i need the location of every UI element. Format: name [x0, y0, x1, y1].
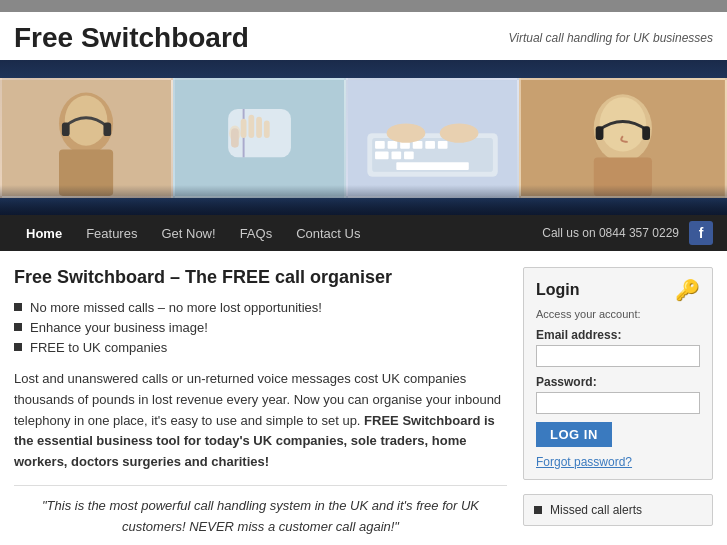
- login-header: Login 🔑: [536, 278, 700, 302]
- nav-bar: Home Features Get Now! FAQs Contact Us C…: [0, 215, 727, 251]
- header: Free Switchboard Virtual call handling f…: [0, 12, 727, 60]
- hero-banner: [0, 60, 727, 215]
- nav-home[interactable]: Home: [14, 218, 74, 249]
- alert-item: Missed call alerts: [534, 503, 702, 517]
- list-item-text: Enhance your business image!: [30, 320, 208, 335]
- hero-photo-2: [173, 78, 346, 198]
- login-button[interactable]: LOG IN: [536, 422, 612, 447]
- list-item: FREE to UK companies: [14, 340, 507, 355]
- list-item-text: No more missed calls – no more lost oppo…: [30, 300, 322, 315]
- nav-faqs[interactable]: FAQs: [228, 218, 285, 249]
- forgot-password-link[interactable]: Forgot password?: [536, 455, 700, 469]
- svg-point-29: [440, 123, 479, 142]
- list-item-text: FREE to UK companies: [30, 340, 167, 355]
- facebook-icon[interactable]: f: [689, 221, 713, 245]
- svg-rect-26: [404, 151, 414, 159]
- tagline: Virtual call handling for UK businesses: [508, 31, 713, 45]
- svg-rect-34: [596, 126, 604, 140]
- list-item: No more missed calls – no more lost oppo…: [14, 300, 507, 315]
- login-box: Login 🔑 Access your account: Email addre…: [523, 267, 713, 480]
- nav-contact[interactable]: Contact Us: [284, 218, 372, 249]
- svg-rect-11: [241, 118, 247, 137]
- svg-rect-18: [375, 140, 385, 148]
- sidebar: Login 🔑 Access your account: Email addre…: [523, 267, 713, 545]
- svg-rect-12: [249, 114, 255, 137]
- hero-photo-3: [346, 78, 519, 198]
- key-icon: 🔑: [675, 278, 700, 302]
- main-heading: Free Switchboard – The FREE call organis…: [14, 267, 507, 288]
- svg-rect-24: [375, 151, 389, 159]
- svg-rect-27: [397, 162, 469, 170]
- svg-rect-22: [425, 140, 435, 148]
- hero-overlay: [0, 185, 727, 215]
- svg-rect-10: [231, 128, 239, 147]
- site-title: Free Switchboard: [14, 22, 249, 54]
- password-label: Password:: [536, 375, 700, 389]
- hero-photo-4: [519, 78, 727, 198]
- bullet-icon: [14, 323, 22, 331]
- bullet-list: No more missed calls – no more lost oppo…: [14, 300, 507, 355]
- nav-getnow[interactable]: Get Now!: [149, 218, 227, 249]
- alert-text: Missed call alerts: [550, 503, 642, 517]
- login-title: Login: [536, 281, 580, 299]
- svg-point-28: [387, 123, 426, 142]
- password-input[interactable]: [536, 392, 700, 414]
- email-input[interactable]: [536, 345, 700, 367]
- hero-photo-1: [0, 78, 173, 198]
- nav-links: Home Features Get Now! FAQs Contact Us: [14, 218, 372, 249]
- nav-right: Call us on 0844 357 0229 f: [542, 221, 713, 245]
- login-subtext: Access your account:: [536, 308, 700, 320]
- email-label: Email address:: [536, 328, 700, 342]
- phone-number: Call us on 0844 357 0229: [542, 226, 679, 240]
- nav-features[interactable]: Features: [74, 218, 149, 249]
- quote-text: "This is the most powerful call handling…: [42, 498, 479, 534]
- svg-rect-14: [264, 120, 270, 137]
- alert-bullet: [534, 506, 542, 514]
- svg-rect-35: [643, 126, 651, 140]
- main-paragraph: Lost and unanswered calls or un-returned…: [14, 369, 507, 473]
- svg-rect-21: [413, 140, 423, 148]
- content-area: Free Switchboard – The FREE call organis…: [14, 267, 507, 545]
- bullet-icon: [14, 343, 22, 351]
- svg-rect-13: [256, 116, 262, 137]
- svg-rect-25: [392, 151, 402, 159]
- svg-rect-5: [103, 122, 111, 136]
- svg-rect-4: [62, 122, 70, 136]
- svg-rect-23: [438, 140, 448, 148]
- main-content: Free Switchboard – The FREE call organis…: [0, 251, 727, 545]
- svg-rect-19: [388, 140, 398, 148]
- top-bar: [0, 0, 727, 12]
- quote-box: "This is the most powerful call handling…: [14, 485, 507, 545]
- list-item: Enhance your business image!: [14, 320, 507, 335]
- bullet-icon: [14, 303, 22, 311]
- alerts-box: Missed call alerts: [523, 494, 713, 526]
